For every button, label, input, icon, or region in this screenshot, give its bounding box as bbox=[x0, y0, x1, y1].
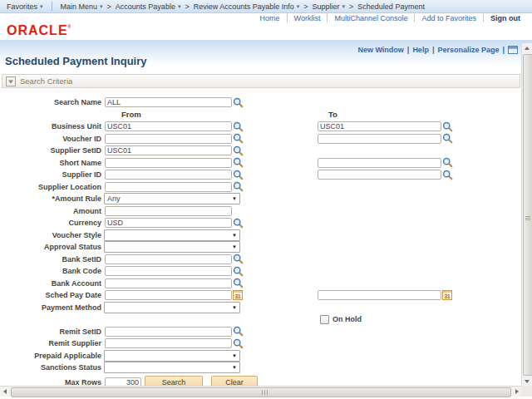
breadcrumb-separator: > bbox=[185, 2, 189, 11]
on-hold-checkbox[interactable] bbox=[320, 315, 329, 324]
sched-pay-date-to-input[interactable] bbox=[318, 290, 441, 300]
currency-from-cell bbox=[104, 218, 317, 229]
voucher-id-lookup-icon[interactable] bbox=[233, 133, 244, 144]
amount-from-cell bbox=[104, 206, 317, 216]
voucher-style-select[interactable]: ▼ bbox=[104, 229, 240, 241]
scroll-up-icon[interactable] bbox=[522, 43, 532, 53]
currency-input[interactable] bbox=[105, 218, 232, 228]
breadcrumb-item-label: Review Accounts Payable Info bbox=[194, 2, 294, 11]
bank-setid-lookup-icon[interactable] bbox=[233, 254, 244, 264]
approval-status-select[interactable]: ▼ bbox=[104, 241, 240, 253]
bank-setid-input[interactable] bbox=[105, 254, 232, 264]
supplier-location-lookup-icon[interactable] bbox=[233, 181, 244, 192]
currency-lookup-icon[interactable] bbox=[233, 218, 244, 229]
payment-method-select[interactable]: ▼ bbox=[104, 302, 240, 313]
sched-pay-date-to-calendar-icon[interactable]: 31 bbox=[442, 290, 452, 300]
remit-supplier-label: Remit Supplier bbox=[0, 339, 104, 347]
scroll-left-icon[interactable] bbox=[0, 387, 10, 397]
supplier-id-to-input[interactable] bbox=[318, 170, 441, 180]
breadcrumb-item-label: Supplier bbox=[313, 2, 340, 11]
collapse-section-icon[interactable] bbox=[6, 76, 16, 86]
bank-account-input[interactable] bbox=[105, 278, 232, 288]
voucher-id-to-input[interactable] bbox=[318, 134, 441, 144]
add-to-favorites-link[interactable]: Add to Favorites bbox=[421, 14, 476, 22]
header-link-divider bbox=[483, 14, 484, 22]
select-arrow-icon: ▼ bbox=[232, 305, 237, 310]
bank-code-input[interactable] bbox=[105, 266, 232, 276]
multichannel-console-link[interactable]: MultiChannel Console bbox=[334, 14, 407, 22]
supplier-id-input[interactable] bbox=[105, 170, 232, 180]
voucher-id-to-lookup-icon[interactable] bbox=[442, 133, 453, 144]
supplier-setid-lookup-icon[interactable] bbox=[233, 145, 244, 156]
search-name-lookup-icon[interactable] bbox=[233, 97, 244, 108]
remit-supplier-from-cell bbox=[104, 338, 317, 349]
worklist-link[interactable]: Worklist bbox=[294, 14, 321, 22]
bank-account-lookup-icon[interactable] bbox=[233, 278, 244, 288]
form-row-bank-code: Bank Code bbox=[0, 265, 522, 278]
remit-supplier-input[interactable] bbox=[105, 338, 232, 348]
scrollbar-grip bbox=[261, 390, 268, 395]
copy-url-icon[interactable] bbox=[508, 45, 518, 55]
form-row-supplier-id: Supplier ID bbox=[0, 169, 522, 181]
scrollbar-grip bbox=[525, 215, 530, 221]
sched-pay-date-input[interactable] bbox=[105, 290, 232, 300]
supplier-id-to-lookup-icon[interactable] bbox=[442, 170, 453, 180]
vertical-scrollbar-thumb[interactable] bbox=[523, 54, 532, 376]
business-unit-input[interactable] bbox=[105, 121, 232, 131]
remit-supplier-lookup-icon[interactable] bbox=[233, 338, 244, 349]
chevron-down-icon: ▾ bbox=[40, 3, 43, 10]
sign-out-link[interactable]: Sign out bbox=[490, 14, 520, 22]
remit-setid-input[interactable] bbox=[105, 327, 232, 337]
horizontal-scrollbar[interactable] bbox=[0, 386, 522, 397]
supplier-setid-label: Supplier SetID bbox=[0, 146, 104, 155]
supplier-id-from-cell bbox=[104, 170, 317, 180]
on-hold-to-cell: On Hold bbox=[317, 315, 521, 324]
amount-input[interactable] bbox=[105, 206, 232, 216]
breadcrumb-item-supplier[interactable]: Supplier ▾ bbox=[313, 2, 346, 11]
form-row-currency: Currency bbox=[0, 217, 522, 229]
amount-rule-select[interactable]: Any▼ bbox=[104, 193, 240, 204]
bank-account-label: Bank Account bbox=[0, 279, 104, 288]
personalize-page-link[interactable]: Personalize Page bbox=[437, 46, 499, 54]
supplier-id-lookup-icon[interactable] bbox=[233, 170, 244, 180]
prepaid-applicable-select[interactable]: ▼ bbox=[104, 350, 240, 362]
payment-method-label: Payment Method bbox=[0, 303, 104, 312]
approval-status-from-cell: ▼ bbox=[104, 241, 317, 253]
new-window-link[interactable]: New Window bbox=[357, 46, 403, 54]
vertical-scrollbar[interactable] bbox=[521, 43, 532, 387]
supplier-location-input[interactable] bbox=[105, 182, 232, 192]
breadcrumb-item-main-menu[interactable]: Main Menu ▾ bbox=[61, 2, 103, 11]
form-row-remit-setid: Remit SetID bbox=[0, 326, 522, 338]
voucher-id-input[interactable] bbox=[105, 134, 232, 144]
breadcrumb-item-accounts-payable[interactable]: Accounts Payable ▾ bbox=[116, 2, 181, 11]
supplier-setid-input[interactable] bbox=[105, 145, 232, 155]
search-name-input[interactable] bbox=[105, 97, 232, 107]
breadcrumb-item-review-accounts-payable-info[interactable]: Review Accounts Payable Info ▾ bbox=[194, 2, 300, 11]
bank-code-lookup-icon[interactable] bbox=[233, 266, 244, 277]
short-name-lookup-icon[interactable] bbox=[233, 157, 244, 168]
supplier-location-from-cell bbox=[104, 181, 317, 192]
short-name-to-lookup-icon[interactable] bbox=[442, 157, 453, 168]
amount-rule-from-cell: Any▼ bbox=[104, 193, 317, 204]
search-name-label: Search Name bbox=[0, 98, 104, 106]
page-link-separator: | bbox=[407, 46, 410, 54]
sched-pay-date-calendar-icon[interactable]: 31 bbox=[233, 290, 243, 300]
short-name-input[interactable] bbox=[105, 158, 232, 168]
breadcrumb-item-scheduled-payment[interactable]: Scheduled Payment bbox=[357, 2, 425, 11]
remit-setid-label: Remit SetID bbox=[0, 328, 104, 336]
form-row-from-to-header: FromTo bbox=[0, 109, 522, 121]
business-unit-lookup-icon[interactable] bbox=[233, 121, 244, 132]
home-link[interactable]: Home bbox=[260, 14, 280, 22]
favorites-menu[interactable]: Favorites ▾ bbox=[7, 2, 43, 11]
sanctions-status-select[interactable]: ▼ bbox=[104, 362, 240, 373]
business-unit-to-lookup-icon[interactable] bbox=[442, 121, 453, 132]
business-unit-to-input[interactable] bbox=[318, 121, 441, 131]
horizontal-scrollbar-thumb[interactable] bbox=[11, 387, 511, 397]
help-link[interactable]: Help bbox=[412, 46, 429, 54]
short-name-to-input[interactable] bbox=[318, 158, 441, 168]
remit-setid-lookup-icon[interactable] bbox=[233, 326, 244, 337]
form-row-bank-setid: Bank SetID bbox=[0, 254, 522, 266]
short-name-label: Short Name bbox=[0, 159, 104, 167]
form-row-remit-supplier: Remit Supplier bbox=[0, 337, 522, 350]
form-row-approval-status: Approval Status▼ bbox=[0, 241, 522, 254]
